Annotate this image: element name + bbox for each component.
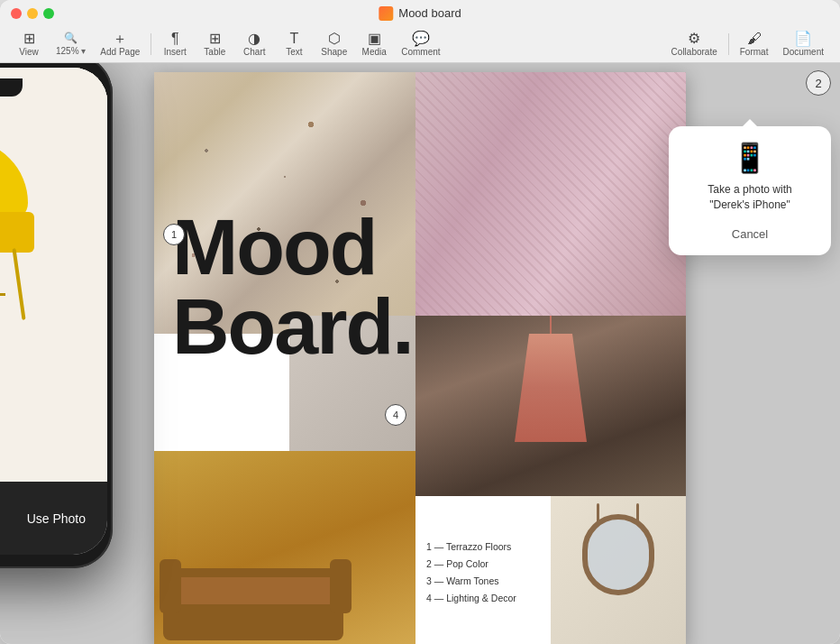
window-controls	[11, 8, 54, 19]
separator-2	[728, 33, 729, 55]
view-icon: ⊞	[23, 32, 35, 46]
badge-number-2: 2	[806, 70, 831, 96]
separator-1	[151, 33, 151, 55]
camera-view: Retake Use Photo	[0, 68, 107, 555]
cancel-button[interactable]: Cancel	[717, 224, 782, 244]
document-icon: 📄	[794, 32, 812, 46]
app-window: Mood board ⊞ View 🔍 125% ▾ ＋ Add Page	[0, 0, 840, 644]
format-icon: 🖌	[747, 32, 762, 46]
iphone-device: Retake Use Photo	[0, 63, 113, 568]
table-icon: ⊞	[209, 32, 221, 46]
toolbar-text[interactable]: T Text	[274, 30, 314, 59]
bottom-right-lower: 1 — Terrazzo Floors 2 — Pop Color 3 — Wa…	[415, 496, 686, 644]
format-label: Format	[740, 47, 769, 57]
toolbar-chart[interactable]: ◑ Chart	[234, 30, 274, 59]
iphone-photo-popover: 📱 Take a photo with"Derek's iPhone" Canc…	[669, 126, 831, 255]
collaborate-label: Collaborate	[671, 47, 717, 57]
toolbar-insert[interactable]: ¶ Insert	[155, 30, 195, 59]
insert-label: Insert	[164, 47, 187, 57]
table-label: Table	[204, 47, 225, 57]
media-icon: ▣	[368, 32, 381, 46]
minimize-button[interactable]	[27, 8, 38, 19]
moodboard: Mood Board.	[154, 72, 686, 644]
toolbar: ⊞ View 🔍 125% ▾ ＋ Add Page ¶ Insert	[0, 27, 840, 62]
text-label: Text	[286, 47, 302, 57]
zoom-icon: 🔍	[64, 32, 78, 43]
add-page-label: Add Page	[100, 47, 140, 57]
popover-title: Take a photo with"Derek's iPhone"	[681, 182, 818, 213]
iphone-screen: Retake Use Photo	[0, 68, 107, 555]
iphone-container: Retake Use Photo	[0, 63, 113, 568]
collaborate-icon: ⚙	[688, 32, 700, 46]
caption-box: 1 — Terrazzo Floors 2 — Pop Color 3 — Wa…	[415, 496, 551, 644]
titlebar: Mood board ⊞ View 🔍 125% ▾ ＋ Add Page	[0, 0, 840, 63]
title-line1: Mood	[172, 207, 668, 287]
zoom-arrow-icon: ▾	[81, 46, 86, 56]
shape-label: Shape	[321, 47, 347, 57]
media-label: Media	[362, 47, 387, 57]
big-text-overlay: Mood Board.	[154, 207, 686, 366]
document-label: Document	[782, 47, 824, 57]
insert-icon: ¶	[171, 32, 179, 46]
zoom-label: 125% ▾	[56, 46, 86, 56]
close-button[interactable]	[11, 8, 22, 19]
comment-icon: 💬	[412, 32, 430, 46]
use-photo-button[interactable]: Use Photo	[27, 511, 86, 526]
toolbar-view[interactable]: ⊞ View	[9, 30, 49, 59]
chart-label: Chart	[243, 47, 265, 57]
pages-app-icon	[379, 6, 393, 21]
add-page-icon: ＋	[113, 32, 127, 46]
caption-4: 4 — Lighting & Decor	[426, 590, 540, 607]
view-label: View	[19, 47, 39, 57]
maximize-button[interactable]	[43, 8, 54, 19]
mirror-image	[551, 496, 686, 644]
caption-1: 1 — Terrazzo Floors	[426, 538, 540, 556]
toolbar-collaborate[interactable]: ⚙ Collaborate	[664, 30, 725, 59]
sofa-image	[154, 451, 415, 644]
window-title: Mood board	[379, 6, 461, 21]
number-badge-4: 4	[385, 404, 406, 426]
toolbar-comment[interactable]: 💬 Comment	[394, 30, 447, 59]
shape-icon: ⬡	[328, 32, 341, 46]
toolbar-table[interactable]: ⊞ Table	[195, 30, 234, 59]
toolbar-zoom[interactable]: 🔍 125% ▾	[49, 31, 93, 58]
chart-icon: ◑	[248, 32, 260, 46]
main-content: Retake Use Photo	[0, 63, 840, 644]
caption-3: 3 — Warm Tones	[426, 573, 540, 590]
title-text: Mood board	[398, 6, 461, 20]
comment-label: Comment	[401, 47, 440, 57]
mirror-frame	[582, 514, 654, 595]
iphone-icon: 📱	[681, 141, 818, 175]
document-page: Mood Board.	[154, 72, 686, 644]
toolbar-shape[interactable]: ⬡ Shape	[314, 30, 354, 59]
chair-photo	[0, 68, 107, 482]
toolbar-add-page[interactable]: ＋ Add Page	[93, 30, 147, 59]
toolbar-media[interactable]: ▣ Media	[354, 30, 394, 59]
canvas-area[interactable]: Retake Use Photo	[0, 63, 840, 644]
number-badge-1: 1	[163, 224, 185, 245]
iphone-bottom-bar: Retake Use Photo	[0, 482, 107, 555]
title-line2: Board.	[172, 287, 668, 366]
text-icon: T	[289, 32, 298, 46]
toolbar-document[interactable]: 📄 Document	[775, 30, 831, 59]
caption-2: 2 — Pop Color	[426, 556, 540, 573]
toolbar-format[interactable]: 🖌 Format	[733, 30, 776, 59]
